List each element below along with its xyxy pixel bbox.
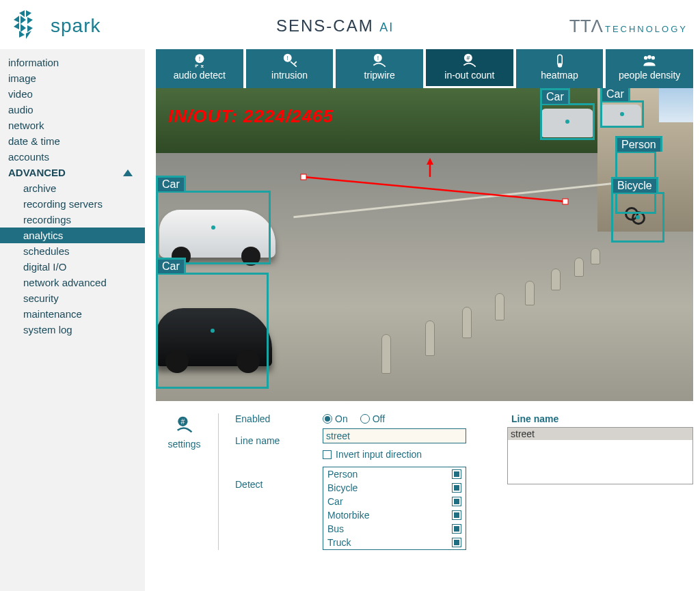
- checkbox-icon: [452, 497, 461, 506]
- checkbox-label: Invert input direction: [336, 449, 422, 460]
- svg-marker-9: [26, 31, 31, 39]
- svg-point-22: [651, 56, 655, 59]
- tab-intrusion[interactable]: ! intrusion: [246, 49, 334, 88]
- sidebar-item-recordings[interactable]: recordings: [0, 212, 145, 228]
- detection-box-bicycle: Bicycle: [611, 192, 664, 243]
- invert-direction-checkbox[interactable]: Invert input direction: [323, 449, 466, 460]
- settings-heading: # settings: [156, 413, 219, 550]
- sidebar-item-recording-servers[interactable]: recording servers: [0, 196, 145, 212]
- detect-option-label: Person: [327, 469, 358, 480]
- brand-mark-icon: [12, 10, 44, 42]
- detect-option-label: Truck: [327, 537, 351, 548]
- caret-up-icon: [123, 169, 133, 176]
- svg-marker-5: [14, 23, 19, 29]
- svg-marker-4: [27, 17, 33, 24]
- detect-option-car[interactable]: Car: [323, 495, 466, 508]
- tab-audio-detect[interactable]: ! audio detect: [156, 49, 243, 88]
- line-name-input[interactable]: [323, 428, 466, 443]
- settings-icon: #: [173, 416, 196, 434]
- tab-label: people density: [619, 70, 680, 81]
- line-list-item[interactable]: street: [508, 428, 692, 440]
- intrusion-icon: !: [281, 53, 299, 68]
- svg-rect-24: [301, 174, 306, 180]
- sidebar-item-network[interactable]: network: [0, 118, 145, 133]
- radio-label: On: [335, 413, 348, 424]
- svg-text:#: #: [466, 55, 470, 61]
- sidebar-item-information[interactable]: information: [0, 55, 145, 70]
- sidebar-item-schedules[interactable]: schedules: [0, 243, 145, 259]
- svg-marker-1: [26, 10, 31, 17]
- radio-icon: [323, 414, 332, 424]
- detection-box-car: Car: [156, 191, 271, 264]
- vendor-word: TECHNOLOGY: [605, 24, 688, 34]
- svg-marker-2: [14, 16, 19, 23]
- tab-heatmap[interactable]: heatmap: [516, 49, 604, 88]
- sidebar-item-audio[interactable]: audio: [0, 102, 145, 118]
- scene-bollard: [495, 293, 504, 320]
- svg-point-21: [647, 55, 651, 59]
- scene-bollard: [381, 334, 391, 374]
- svg-text:!: !: [286, 55, 288, 61]
- tab-label: intrusion: [271, 70, 308, 81]
- sidebar-item-digital-io[interactable]: digital I/O: [0, 259, 145, 275]
- checkbox-icon: [452, 510, 461, 520]
- tab-people-density[interactable]: people density: [606, 49, 693, 88]
- line-list-heading: Line name: [511, 413, 693, 424]
- sidebar-item-network-advanced[interactable]: network advanced: [0, 275, 145, 290]
- detect-option-label: Motorbike: [327, 510, 369, 521]
- detect-option-person[interactable]: Person: [323, 467, 466, 481]
- tripwire-icon: !: [371, 53, 388, 68]
- main-content: ! audio detect ! intrusion ! tripwire # …: [145, 49, 700, 591]
- checkbox-icon: [452, 469, 461, 479]
- heatmap-icon: [551, 53, 569, 68]
- sidebar-item-video[interactable]: video: [0, 86, 145, 102]
- sidebar-item-analytics[interactable]: analytics: [0, 228, 145, 243]
- title-main: SENS-CAM: [276, 16, 374, 35]
- sidebar-item-security[interactable]: security: [0, 290, 145, 306]
- detect-option-motorbike[interactable]: Motorbike: [323, 508, 466, 522]
- sidebar-item-accounts[interactable]: accounts: [0, 149, 145, 165]
- detection-box-car: Car: [600, 100, 644, 128]
- svg-marker-3: [21, 16, 26, 24]
- checkbox-icon: [452, 538, 461, 547]
- detection-label: Bicycle: [611, 177, 658, 193]
- detect-option-bus[interactable]: Bus: [323, 522, 466, 536]
- label-enabled: Enabled: [235, 413, 310, 430]
- radio-off[interactable]: Off: [360, 413, 385, 424]
- tab-tripwire[interactable]: ! tripwire: [336, 49, 423, 88]
- enabled-radio-group: On Off: [323, 413, 466, 424]
- sidebar-item-archive[interactable]: archive: [0, 180, 145, 196]
- sidebar-item-advanced[interactable]: ADVANCED: [0, 165, 145, 180]
- svg-marker-6: [21, 24, 26, 32]
- detect-option-truck[interactable]: Truck: [323, 536, 466, 549]
- line-listbox[interactable]: street: [507, 427, 693, 484]
- svg-text:!: !: [377, 55, 379, 61]
- tab-in-out-count[interactable]: # in-out count: [426, 49, 513, 88]
- svg-point-20: [644, 56, 647, 59]
- detect-option-bicycle[interactable]: Bicycle: [323, 481, 466, 495]
- app-header: spark SENS-CAM AI TTΛ TECHNOLOGY: [0, 0, 700, 49]
- detection-label: Person: [615, 136, 662, 152]
- brand-name: spark: [51, 15, 100, 37]
- title-suffix: AI: [379, 20, 394, 34]
- tab-label: audio detect: [174, 70, 226, 81]
- label-detect: Detect: [235, 479, 310, 495]
- detect-listbox: Person Bicycle Car Motorbike: [323, 467, 466, 550]
- settings-form: Enabled Line name Detect On Off: [219, 413, 466, 550]
- svg-rect-25: [563, 199, 568, 204]
- radio-on[interactable]: On: [323, 413, 348, 424]
- video-preview[interactable]: Car Car Car Car Person Bicycle: [156, 88, 693, 401]
- svg-marker-0: [19, 10, 25, 17]
- svg-point-19: [557, 63, 562, 68]
- detect-option-label: Bus: [327, 523, 344, 534]
- sidebar-item-image[interactable]: image: [0, 70, 145, 86]
- checkbox-icon: [452, 524, 461, 534]
- sidebar-item-label: ADVANCED: [8, 167, 66, 178]
- svg-marker-27: [427, 158, 433, 165]
- sidebar-item-system-log[interactable]: system log: [0, 322, 145, 338]
- detect-option-label: Car: [327, 496, 343, 507]
- sidebar-item-datetime[interactable]: date & time: [0, 133, 145, 149]
- vendor-mark: TTΛ: [569, 16, 603, 37]
- sidebar-item-maintenance[interactable]: maintenance: [0, 306, 145, 322]
- svg-line-23: [304, 177, 565, 202]
